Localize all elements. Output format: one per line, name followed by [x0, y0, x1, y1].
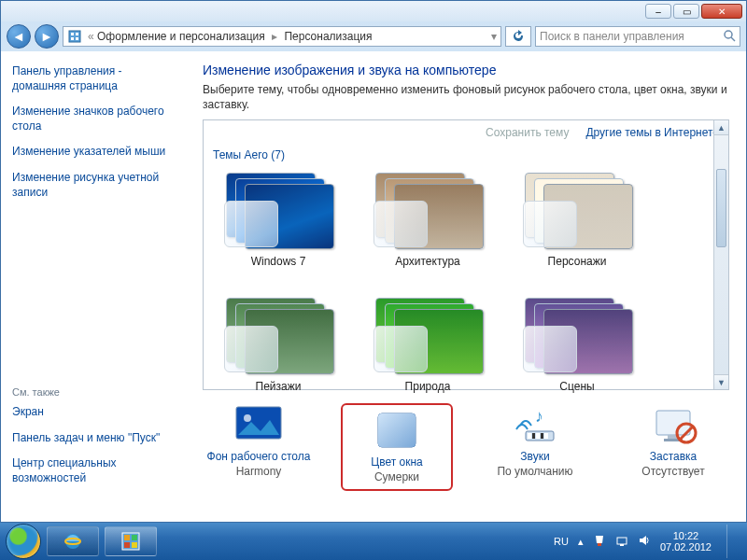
taskbar-personalization[interactable]: [105, 526, 157, 556]
svg-rect-0: [69, 31, 80, 42]
theme-thumbnail: [521, 171, 629, 251]
titlebar: – ▭ ✕: [1, 1, 746, 21]
more-themes-link[interactable]: Другие темы в Интернете: [585, 126, 719, 139]
setting-desktop-bg[interactable]: Фон рабочего стола Harmony: [203, 403, 315, 491]
screensaver-value: Отсутствует: [641, 465, 704, 478]
start-button[interactable]: [6, 524, 41, 559]
theme-group-label: Темы Aero (7): [204, 145, 728, 165]
theme-thumbnail: [372, 296, 480, 376]
setting-sounds[interactable]: ♪ Звуки По умолчанию: [479, 403, 591, 491]
svg-rect-16: [536, 433, 540, 439]
theme-item[interactable]: Архитектура: [372, 171, 484, 268]
see-also-taskbar[interactable]: Панель задач и меню "Пуск": [12, 431, 178, 446]
clock[interactable]: 10:22 07.02.2012: [660, 530, 712, 553]
svg-rect-14: [528, 433, 531, 439]
sidebar-link-icons[interactable]: Изменение значков рабочего стола: [12, 105, 178, 133]
sidebar-link-pointers[interactable]: Изменение указателей мыши: [12, 145, 178, 160]
svg-rect-28: [132, 535, 137, 540]
theme-panel: Сохранить тему Другие темы в Интернете Т…: [203, 119, 729, 390]
screensaver-icon: [647, 403, 699, 446]
action-center-icon[interactable]: [593, 534, 606, 549]
svg-line-6: [731, 37, 735, 41]
theme-name: Пейзажи: [222, 380, 334, 393]
minimize-button[interactable]: –: [645, 4, 671, 19]
sounds-icon: ♪: [509, 403, 561, 446]
refresh-button[interactable]: [505, 26, 531, 47]
setting-screensaver[interactable]: Заставка Отсутствует: [617, 403, 729, 491]
taskbar: RU ▴ 10:22 07.02.2012: [0, 523, 747, 560]
svg-rect-1: [71, 33, 74, 35]
svg-rect-4: [76, 37, 78, 40]
see-also-accessibility[interactable]: Центр специальных возможностей: [12, 456, 178, 485]
search-box[interactable]: Поиск в панели управления: [535, 26, 740, 47]
svg-rect-32: [617, 538, 627, 544]
svg-point-8: [244, 414, 251, 422]
svg-rect-15: [532, 433, 535, 439]
back-button[interactable]: ◄: [7, 24, 31, 49]
see-also-display[interactable]: Экран: [12, 405, 178, 420]
theme-name: Windows 7: [222, 255, 334, 268]
svg-rect-2: [76, 33, 78, 35]
svg-rect-30: [132, 542, 137, 548]
close-button[interactable]: ✕: [701, 4, 742, 19]
tray-chevron-icon[interactable]: ▴: [578, 536, 584, 548]
svg-rect-3: [71, 37, 74, 40]
desktop-bg-label: Фон рабочего стола: [203, 450, 315, 463]
svg-rect-29: [124, 542, 130, 548]
theme-name: Персонажи: [521, 255, 633, 268]
search-placeholder: Поиск в панели управления: [540, 30, 684, 43]
language-indicator[interactable]: RU: [554, 536, 569, 547]
window-color-label: Цвет окна: [345, 455, 449, 469]
breadcrumb[interactable]: « Оформление и персонализация ▸ Персонал…: [88, 30, 373, 43]
svg-rect-27: [124, 535, 130, 540]
save-theme-link[interactable]: Сохранить тему: [486, 126, 569, 139]
theme-thumbnail: [372, 171, 480, 251]
svg-rect-31: [598, 543, 601, 546]
sidebar-home-link[interactable]: Панель управления - домашняя страница: [12, 64, 178, 93]
theme-thumbnail: [521, 296, 629, 376]
screensaver-label: Заставка: [617, 450, 729, 463]
forward-button[interactable]: ►: [35, 24, 59, 49]
breadcrumb-level2[interactable]: Персонализация: [284, 30, 372, 43]
clock-date: 07.02.2012: [660, 541, 712, 553]
sounds-value: По умолчанию: [497, 465, 572, 478]
theme-item[interactable]: Сцены: [521, 296, 633, 393]
search-icon: [723, 29, 736, 45]
svg-rect-17: [541, 433, 543, 439]
desktop-bg-icon: [233, 403, 285, 446]
taskbar-ie[interactable]: [47, 526, 99, 556]
sounds-label: Звуки: [479, 450, 591, 463]
system-tray: RU ▴ 10:22 07.02.2012: [554, 525, 741, 558]
theme-item[interactable]: Windows 7: [222, 171, 334, 268]
theme-item[interactable]: Природа: [372, 296, 484, 393]
volume-icon[interactable]: [638, 534, 651, 549]
scroll-down-arrow[interactable]: ▼: [714, 374, 728, 389]
svg-rect-33: [620, 544, 624, 546]
theme-thumbnail: [222, 171, 331, 251]
maximize-button[interactable]: ▭: [673, 4, 699, 19]
desktop-bg-value: Harmony: [236, 465, 282, 478]
theme-thumbnail: [222, 296, 331, 376]
scroll-thumb[interactable]: [716, 169, 726, 247]
scroll-up-arrow[interactable]: ▲: [714, 120, 728, 135]
theme-item[interactable]: Персонажи: [521, 171, 633, 268]
theme-name: Архитектура: [372, 255, 484, 268]
setting-window-color[interactable]: Цвет окна Сумерки: [341, 403, 453, 491]
sidebar-link-account-pic[interactable]: Изменение рисунка учетной записи: [12, 171, 178, 200]
theme-item[interactable]: Пейзажи: [222, 296, 334, 393]
window-color-value: Сумерки: [374, 470, 419, 483]
show-desktop-button[interactable]: [726, 525, 738, 558]
svg-rect-11: [378, 413, 416, 447]
breadcrumb-level1[interactable]: Оформление и персонализация: [97, 30, 265, 43]
theme-name: Сцены: [521, 380, 633, 393]
theme-name: Природа: [372, 380, 484, 393]
svg-point-5: [725, 31, 732, 38]
window-color-icon: [371, 409, 423, 452]
control-panel-icon: [67, 29, 82, 44]
network-icon[interactable]: [615, 534, 628, 549]
navigation-bar: ◄ ► « Оформление и персонализация ▸ Перс…: [1, 21, 746, 51]
svg-rect-18: [544, 433, 548, 439]
theme-scrollbar[interactable]: ▲ ▼: [713, 120, 728, 389]
address-bar[interactable]: « Оформление и персонализация ▸ Персонал…: [63, 26, 501, 47]
page-description: Выберите тему, чтобы одновременно измени…: [203, 83, 729, 112]
